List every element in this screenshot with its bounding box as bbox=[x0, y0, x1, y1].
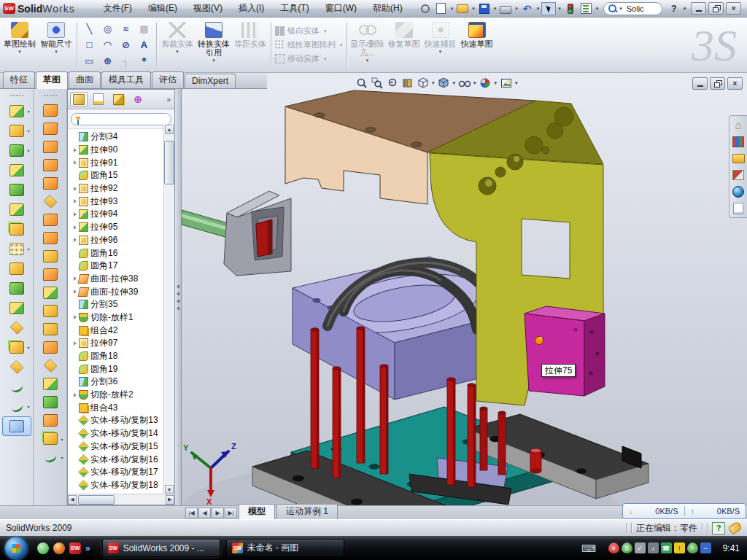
file-explorer-icon[interactable] bbox=[732, 152, 745, 165]
edit-appearance-icon[interactable] bbox=[479, 76, 492, 90]
sketch-entity-icon[interactable]: ◠ bbox=[98, 37, 117, 53]
first-tab-icon[interactable]: |◀ bbox=[185, 508, 198, 518]
security-shield-icon[interactable]: S bbox=[622, 542, 632, 553]
update-check-icon[interactable]: ✓ bbox=[635, 542, 646, 553]
warning-icon[interactable]: ! bbox=[674, 542, 685, 553]
more-tabs-chevron[interactable]: » bbox=[166, 96, 172, 104]
expand-arrow-icon[interactable] bbox=[74, 341, 77, 346]
palette-icon[interactable] bbox=[732, 168, 745, 182]
display-delete-relations-button[interactable]: 显示/删除几... ▾ bbox=[349, 20, 386, 70]
search-input[interactable] bbox=[625, 4, 657, 14]
tree-item[interactable]: 拉伸97 bbox=[69, 337, 174, 350]
ribbon-tab[interactable]: 模具工具 bbox=[101, 71, 151, 88]
tree-item[interactable]: 实体-移动/复制17 bbox=[69, 466, 174, 479]
tree-item[interactable]: 拉伸93 bbox=[69, 195, 174, 208]
start-button[interactable] bbox=[5, 537, 27, 559]
help-icon[interactable]: ? bbox=[667, 2, 681, 15]
tree-item[interactable]: 圆角17 bbox=[69, 260, 174, 273]
tree-item[interactable]: 拉伸96 bbox=[69, 234, 174, 247]
pattern-tool-button[interactable]: 移动实体 ▾ bbox=[275, 53, 343, 65]
antivirus-icon[interactable]: × bbox=[608, 542, 619, 553]
tree-item[interactable]: 圆角19 bbox=[69, 362, 174, 376]
volume-icon[interactable]: ♪ bbox=[648, 542, 659, 553]
expand-arrow-icon[interactable] bbox=[74, 187, 77, 191]
toolbar-button[interactable]: ▾ bbox=[36, 138, 65, 156]
apply-scene-icon[interactable] bbox=[499, 76, 513, 90]
expand-arrow-icon[interactable] bbox=[74, 276, 77, 281]
sketch-entity-icon[interactable]: □ bbox=[80, 37, 98, 53]
undo-icon[interactable]: ↶ bbox=[520, 2, 535, 15]
select-tool-icon[interactable] bbox=[541, 2, 556, 15]
toolbar-button[interactable]: ▾ bbox=[36, 357, 65, 375]
toolbar-button[interactable]: ▾ bbox=[2, 160, 31, 180]
tree-filter-input[interactable] bbox=[71, 113, 171, 125]
featuremanager-tab[interactable] bbox=[70, 92, 88, 106]
toolbar-button[interactable]: ▾ bbox=[36, 156, 65, 174]
trim-entities-button[interactable]: 剪裁实体 ▾ bbox=[159, 20, 196, 70]
toolbar-button[interactable]: ▾ bbox=[2, 200, 31, 219]
taskbar-button[interactable]: SW SolidWorks 2009 - ... bbox=[102, 539, 220, 557]
expand-arrow-icon[interactable] bbox=[74, 393, 77, 397]
convert-entities-button[interactable]: 转换实体引用 ▾ bbox=[196, 20, 232, 70]
rapid-sketch-button[interactable]: 快速草图 bbox=[459, 20, 495, 70]
ribbon-tab[interactable]: 特征 bbox=[3, 71, 35, 88]
sketch-entity-icon[interactable]: ＊ bbox=[135, 53, 153, 69]
minimize-button[interactable] bbox=[691, 2, 706, 15]
quicklaunch-chevron-icon[interactable]: » bbox=[85, 543, 90, 553]
toolbar-button[interactable]: ▾ bbox=[2, 298, 31, 318]
view-orientation-icon[interactable] bbox=[416, 76, 430, 90]
toolbar-button[interactable]: ▾ bbox=[2, 219, 31, 239]
model-3d-scene[interactable]: Y Z X bbox=[182, 73, 747, 505]
rebuild-traffic-light-icon[interactable] bbox=[563, 2, 578, 15]
print-icon[interactable] bbox=[498, 2, 513, 15]
prev-tab-icon[interactable]: ◀ bbox=[198, 508, 211, 518]
toolbar-button[interactable]: ▾ bbox=[2, 338, 31, 357]
menu-item[interactable]: 插入(I) bbox=[231, 0, 272, 17]
pattern-tool-button[interactable]: 镜向实体 ▾ bbox=[275, 26, 343, 37]
sketch-entity-icon[interactable]: ≈ bbox=[117, 21, 135, 37]
hide-show-items-icon[interactable] bbox=[457, 76, 471, 90]
sketch-button[interactable]: 草图绘制 ▾ bbox=[1, 20, 38, 70]
home-icon[interactable]: ⌂ bbox=[732, 118, 745, 131]
menu-item[interactable]: 文件(F) bbox=[96, 0, 140, 17]
toolbar-button[interactable]: ▾ bbox=[36, 448, 65, 466]
menu-item[interactable]: 工具(T) bbox=[272, 0, 317, 17]
toolbar-button[interactable]: ▾ bbox=[36, 174, 65, 192]
tree-item[interactable]: 拉伸95 bbox=[69, 221, 174, 234]
toolbar-button[interactable]: ▾ bbox=[2, 259, 31, 279]
sketch-entity-icon[interactable]: ⊘ bbox=[117, 37, 135, 53]
toolbar-button[interactable]: ▾ bbox=[2, 318, 31, 338]
tree-item[interactable]: 拉伸91 bbox=[69, 156, 174, 169]
toolbar-button[interactable]: ▾ bbox=[2, 239, 31, 259]
toolbar-button[interactable]: ▾ bbox=[36, 411, 65, 429]
toolbar-button[interactable]: ▾ bbox=[2, 101, 31, 121]
options-icon[interactable] bbox=[579, 2, 594, 15]
design-library-icon[interactable] bbox=[732, 135, 745, 148]
quick-snaps-button[interactable]: 快速捕捉 ▾ bbox=[422, 20, 459, 70]
last-tab-icon[interactable]: ▶| bbox=[225, 508, 237, 518]
tree-item[interactable]: 实体-移动/复制16 bbox=[69, 453, 174, 466]
save-icon[interactable] bbox=[477, 2, 492, 15]
shield-plus-icon[interactable]: + bbox=[687, 542, 698, 553]
new-document-icon[interactable] bbox=[434, 2, 449, 15]
tree-item[interactable]: 圆角18 bbox=[69, 350, 174, 363]
toolbar-button[interactable]: ▾ bbox=[36, 229, 65, 247]
tree-item[interactable]: 拉伸92 bbox=[69, 182, 174, 195]
tree-item[interactable]: 圆角15 bbox=[69, 169, 174, 182]
toolbar-button[interactable]: ▾ bbox=[2, 377, 31, 397]
tree-vertical-scrollbar[interactable]: ▲ ▼ bbox=[163, 125, 174, 494]
sketch-entity-icon[interactable]: ▭ bbox=[80, 53, 98, 69]
doc-minimize-button[interactable] bbox=[692, 77, 708, 90]
toolbar-button[interactable]: ▾ bbox=[2, 279, 31, 298]
toolbar-button[interactable]: ▾ bbox=[36, 101, 65, 120]
tree-item[interactable]: 切除-放样2 bbox=[69, 389, 174, 402]
insert-block-magenta[interactable] bbox=[525, 306, 605, 396]
restore-button[interactable] bbox=[708, 2, 724, 15]
zoom-fit-icon[interactable] bbox=[355, 76, 368, 90]
tree-item[interactable]: 实体-移动/复制18 bbox=[69, 479, 174, 492]
toolbar-button[interactable]: ▾ bbox=[2, 180, 31, 200]
tree-item[interactable]: 分割34 bbox=[69, 131, 174, 144]
toolbar-button[interactable]: ▾ bbox=[36, 393, 65, 411]
scroll-right-icon[interactable]: ▶ bbox=[166, 495, 174, 505]
tree-item[interactable]: 实体-移动/复制14 bbox=[69, 427, 174, 440]
